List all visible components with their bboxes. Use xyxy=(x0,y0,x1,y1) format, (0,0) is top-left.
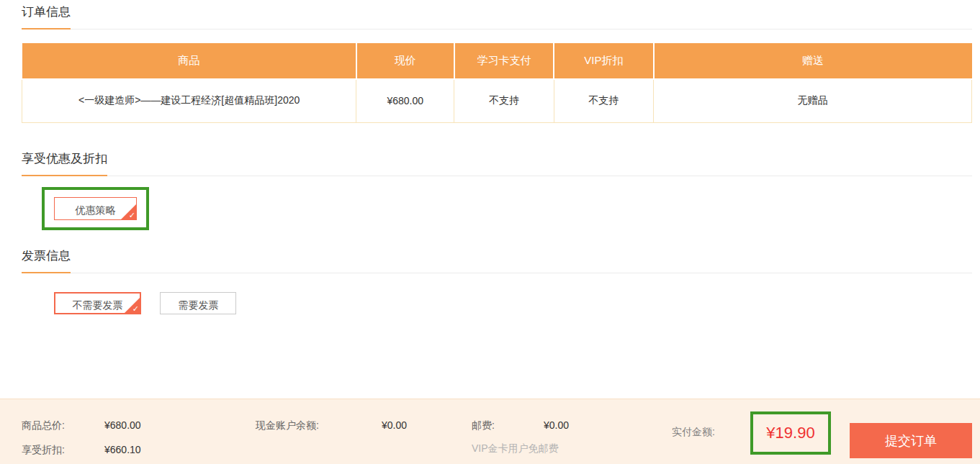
card-pay-cell: 不支持 xyxy=(454,79,554,122)
postage-label: 邮费: xyxy=(472,419,495,432)
payable-amount-value: ¥19.90 xyxy=(766,424,814,442)
order-info-title: 订单信息 xyxy=(22,4,71,20)
no-invoice-button[interactable]: 不需要发票 ✓ xyxy=(54,292,141,314)
total-price-value: ¥680.00 xyxy=(104,419,141,431)
order-table-header-row: 商品 现价 学习卡支付 VIP折扣 赠送 xyxy=(22,43,972,79)
postage-value: ¥0.00 xyxy=(544,419,569,431)
column-price: 现价 xyxy=(356,43,454,79)
column-card-pay: 学习卡支付 xyxy=(454,43,554,79)
cash-balance-value: ¥0.00 xyxy=(382,419,407,431)
price-cell: ¥680.00 xyxy=(356,79,454,122)
column-gift: 赠送 xyxy=(654,43,972,79)
need-invoice-label: 需要发票 xyxy=(178,299,218,311)
check-icon: ✓ xyxy=(132,305,139,313)
order-table: 商品 现价 学习卡支付 VIP折扣 赠送 <一级建造师>——建设工程经济[超值精… xyxy=(22,43,972,123)
discount-label: 享受折扣: xyxy=(22,444,65,457)
highlight-box-payable-amount: ¥19.90 xyxy=(750,411,831,455)
vip-discount-cell: 不支持 xyxy=(554,79,653,122)
submit-order-button[interactable]: 提交订单 xyxy=(850,423,972,458)
checkout-page: 订单信息 商品 现价 学习卡支付 VIP折扣 赠送 <一级建造师>——建设工程经… xyxy=(0,0,980,314)
no-invoice-label: 不需要发票 xyxy=(73,299,123,311)
gift-cell: 无赠品 xyxy=(654,79,972,122)
invoice-section-header: 发票信息 xyxy=(22,247,972,273)
order-summary-bar: 商品总价: ¥680.00 享受折扣: ¥660.10 现金账户余额: ¥0.0… xyxy=(0,399,980,464)
product-cell: <一级建造师>——建设工程经济[超值精品班]2020 xyxy=(22,79,356,122)
invoice-options: 不需要发票 ✓ 需要发票 xyxy=(54,292,972,315)
discount-value: ¥660.10 xyxy=(104,444,141,455)
discount-strategy-label: 优惠策略 xyxy=(76,204,116,216)
discount-section-title: 享受优惠及折扣 xyxy=(22,150,107,167)
order-table-row: <一级建造师>——建设工程经济[超值精品班]2020 ¥680.00 不支持 不… xyxy=(22,79,972,122)
discount-section-header: 享受优惠及折扣 xyxy=(22,150,972,176)
invoice-section-title: 发票信息 xyxy=(22,247,71,264)
column-vip-discount: VIP折扣 xyxy=(554,43,653,79)
total-price-label: 商品总价: xyxy=(22,419,65,432)
postage-note: VIP金卡用户免邮费 xyxy=(472,442,559,455)
highlight-box-discount-strategy: 优惠策略 ✓ xyxy=(42,187,149,230)
payable-amount-label: 实付金额: xyxy=(672,426,715,439)
order-info-section-header: 订单信息 xyxy=(22,4,972,29)
check-icon: ✓ xyxy=(129,211,135,219)
need-invoice-button[interactable]: 需要发票 xyxy=(160,292,236,314)
column-product: 商品 xyxy=(22,43,356,79)
discount-strategy-button[interactable]: 优惠策略 ✓ xyxy=(54,197,137,220)
cash-balance-label: 现金账户余额: xyxy=(256,419,319,432)
